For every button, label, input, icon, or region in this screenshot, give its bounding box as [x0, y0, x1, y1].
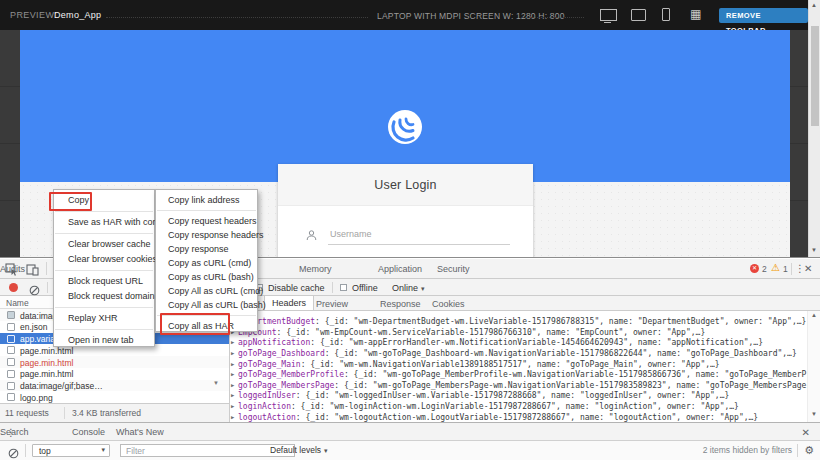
- error-count[interactable]: 2: [762, 264, 767, 274]
- throttling-dropdown[interactable]: Online: [392, 283, 425, 293]
- json-key[interactable]: goToPage_MembersPage: [238, 381, 334, 390]
- detail-tab[interactable]: Headers: [264, 296, 314, 310]
- context-menu-item[interactable]: Save as HAR with content: [54, 215, 154, 230]
- laptop-icon[interactable]: [600, 9, 617, 21]
- detail-tab[interactable]: Preview: [316, 299, 348, 309]
- submenu-item[interactable]: Copy response: [156, 242, 257, 256]
- detail-tab[interactable]: Cookies: [432, 299, 465, 309]
- offline-checkbox[interactable]: [340, 284, 347, 291]
- json-tree-row[interactable]: goToPage_MembersPage: {_id: "wm-goToPage…: [231, 380, 807, 391]
- warning-count[interactable]: 1: [783, 264, 788, 274]
- json-tree-row[interactable]: loggedInUser: {_id: "wm-loggedInUser-wm.…: [231, 390, 807, 401]
- expand-arrow-icon[interactable]: [231, 401, 238, 412]
- menu-separator: [55, 233, 153, 234]
- warning-icon[interactable]: ⚠: [771, 262, 780, 273]
- devtools-tab[interactable]: Audits: [0, 264, 25, 274]
- submenu-item[interactable]: Copy as cURL (bash): [156, 270, 257, 284]
- json-key[interactable]: logoutAction: [238, 413, 296, 422]
- json-key[interactable]: goToPage_MemberProfile: [238, 370, 344, 379]
- drawer-tab[interactable]: Console: [72, 427, 105, 437]
- file-name[interactable]: logo.png: [20, 393, 53, 403]
- submenu-item[interactable]: Copy link address: [156, 193, 257, 207]
- expand-arrow-icon[interactable]: [231, 412, 238, 422]
- json-tree-row[interactable]: EmpCount: {_id: "wm-EmpCount-wm.ServiceV…: [231, 327, 807, 338]
- file-name[interactable]: page.min.html: [20, 369, 73, 379]
- submenu-item[interactable]: Copy All as cURL (bash): [156, 298, 257, 312]
- json-key[interactable]: appNotification: [238, 338, 310, 347]
- expand-arrow-icon[interactable]: [231, 390, 238, 401]
- detail-tab[interactable]: Response: [380, 299, 421, 309]
- console-clear-icon[interactable]: [8, 445, 19, 456]
- file-name[interactable]: en.json: [20, 322, 47, 332]
- toolbar-dotted-line: [522, 2, 584, 18]
- phone-icon[interactable]: [662, 8, 670, 21]
- scroll-down-icon[interactable]: ▼: [811, 247, 817, 253]
- scroll-down-icon[interactable]: ▼: [811, 411, 817, 417]
- json-tree-row[interactable]: goToPage_MemberProfile: {_id: "wm-goToPa…: [231, 369, 807, 380]
- context-menu-item[interactable]: Replay XHR: [54, 311, 154, 326]
- devtools-tab[interactable]: Application: [378, 264, 422, 274]
- drawer-tab[interactable]: Search: [0, 427, 29, 437]
- log-levels-dropdown[interactable]: Default levels: [270, 445, 328, 455]
- file-name[interactable]: page.min.html: [20, 358, 73, 368]
- drawer-tab[interactable]: What's New: [116, 427, 164, 437]
- expand-arrow-icon[interactable]: [231, 348, 238, 359]
- scroll-up-icon[interactable]: ▲: [811, 2, 817, 8]
- devtools-tab[interactable]: Security: [437, 264, 470, 274]
- json-tree-row[interactable]: logoutAction: {_id: "wm-logoutAction-wm.…: [231, 412, 807, 422]
- json-key[interactable]: goToPage_Dashboard: [238, 349, 325, 358]
- page-scrollbar[interactable]: ▲ ▼: [808, 0, 820, 257]
- divider: [47, 282, 48, 293]
- json-key[interactable]: loggedInUser: [238, 391, 296, 400]
- network-file-row[interactable]: page.min.html: [0, 368, 229, 380]
- expand-arrow-icon[interactable]: [231, 337, 238, 348]
- scrollbar-thumb[interactable]: [811, 26, 819, 126]
- context-menu-item[interactable]: Clear browser cache: [54, 237, 154, 252]
- username-input[interactable]: Username: [330, 229, 372, 239]
- expand-arrow-icon[interactable]: [231, 359, 238, 370]
- context-menu-item[interactable]: Open in new tab: [54, 333, 154, 348]
- network-file-row[interactable]: page.min.html: [0, 356, 229, 368]
- submenu-item[interactable]: Copy request headers: [156, 214, 257, 228]
- context-selector[interactable]: top ▾: [32, 444, 110, 457]
- file-name[interactable]: app.varia: [20, 334, 55, 344]
- submenu-item[interactable]: Copy as cURL (cmd): [156, 256, 257, 270]
- clear-icon[interactable]: [29, 282, 40, 293]
- drawer-close-icon[interactable]: ✕: [802, 427, 810, 438]
- record-icon[interactable]: [9, 283, 18, 292]
- json-tree-row[interactable]: goToPage_Dashboard: {_id: "wm-goToPage_D…: [231, 348, 807, 359]
- json-tree-row[interactable]: DepartmentBudget: {_id: "wm-DepartmentBu…: [231, 316, 807, 327]
- list-scroll-down-icon[interactable]: ▼: [213, 380, 219, 386]
- json-tree-row[interactable]: loginAction: {_id: "wm-loginAction-wm.Lo…: [231, 401, 807, 412]
- context-menu-item[interactable]: Block request domain: [54, 289, 154, 304]
- submenu-item[interactable]: Copy response headers: [156, 228, 257, 242]
- remove-toolbar-button[interactable]: REMOVE TOOLBAR: [719, 8, 808, 23]
- network-file-row[interactable]: logo.png: [0, 391, 229, 403]
- app-header-band: [20, 30, 790, 182]
- expand-arrow-icon[interactable]: [231, 369, 238, 380]
- scroll-up-icon[interactable]: ▲: [811, 312, 817, 318]
- name-column-header[interactable]: Name: [6, 298, 29, 308]
- qr-code-icon[interactable]: ▦: [690, 8, 701, 21]
- json-tree-row[interactable]: goToPage_Main: {_id: "wm-wm.NavigationVa…: [231, 359, 807, 370]
- expand-arrow-icon[interactable]: [231, 380, 238, 391]
- console-filter-input[interactable]: Filter: [120, 444, 295, 457]
- submenu-item[interactable]: Copy All as cURL (cmd): [156, 284, 257, 298]
- devtools-close-icon[interactable]: ✕: [804, 263, 812, 274]
- json-key[interactable]: goToPage_Main: [238, 360, 301, 369]
- context-menu-item[interactable]: Clear browser cookies: [54, 252, 154, 267]
- file-name[interactable]: data:imag: [20, 311, 57, 321]
- error-badge-icon[interactable]: ✕: [750, 264, 759, 273]
- devtools-tab[interactable]: Memory: [299, 264, 332, 274]
- json-key[interactable]: loginAction: [238, 402, 291, 411]
- network-file-row[interactable]: data:image/gif;base…: [0, 380, 229, 392]
- device-toolbar-icon[interactable]: [26, 262, 40, 276]
- context-menu-item[interactable]: Block request URL: [54, 274, 154, 289]
- gear-icon[interactable]: ⚙: [804, 444, 814, 457]
- file-name[interactable]: data:image/gif;base…: [20, 381, 103, 391]
- offline-label[interactable]: Offline: [352, 283, 378, 293]
- json-tree-row[interactable]: appNotification: {_id: "wm-appErrorHandl…: [231, 337, 807, 348]
- detail-scrollbar[interactable]: ▲ ▼: [807, 311, 820, 422]
- tablet-icon[interactable]: [631, 9, 646, 21]
- disable-cache-label[interactable]: Disable cache: [268, 283, 325, 293]
